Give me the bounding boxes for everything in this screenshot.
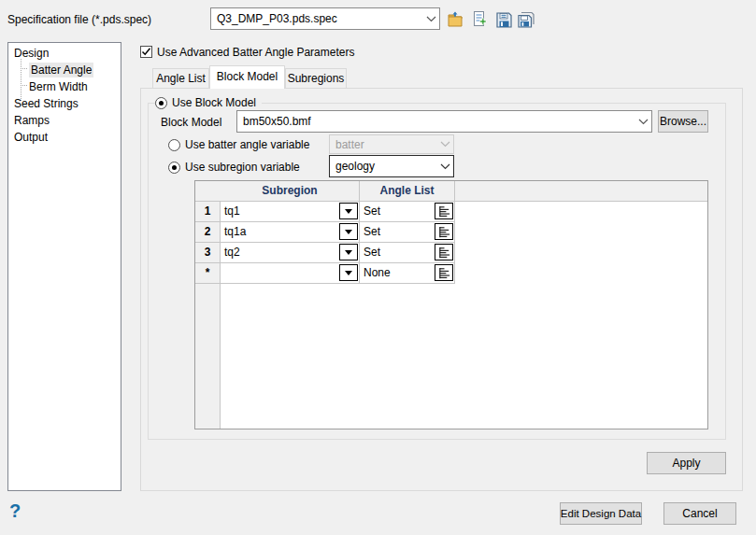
edit-design-data-button[interactable]: Edit Design Data — [560, 502, 642, 525]
block-model-label: Block Model — [161, 116, 221, 129]
dropdown-arrow-icon[interactable] — [339, 244, 358, 260]
spec-file-value: Q3_DMP_P03.pds.spec — [211, 12, 422, 25]
radio-off-icon — [168, 139, 180, 151]
tab-angle-list[interactable]: Angle List — [152, 68, 209, 88]
save-as-icon[interactable] — [515, 9, 535, 30]
angle-list-cell-value: None — [364, 266, 391, 279]
apply-button[interactable]: Apply — [647, 452, 726, 474]
browse-button[interactable]: Browse... — [658, 110, 708, 133]
angle-list-cell-value: Set — [364, 204, 380, 218]
radio-on-icon — [168, 162, 180, 174]
column-header-subregion[interactable]: Subregion — [221, 181, 360, 202]
tree-connector-line — [21, 68, 27, 69]
tree-item-design[interactable]: Design — [14, 46, 49, 61]
chevron-down-icon[interactable] — [436, 163, 453, 170]
batter-variable-value: batter — [330, 138, 436, 151]
use-block-model-label: Use Block Model — [172, 96, 256, 109]
angle-list-editor-icon[interactable] — [435, 264, 453, 281]
tree-item-output[interactable]: Output — [14, 130, 48, 145]
help-icon[interactable]: ? — [9, 500, 21, 522]
chevron-down-icon[interactable] — [635, 119, 651, 125]
spec-file-label: Specification file (*.pds.spec) — [7, 13, 151, 26]
save-icon[interactable] — [493, 9, 514, 30]
angle-list-cell[interactable]: Set — [360, 222, 455, 243]
spec-file-combobox[interactable]: Q3_DMP_P03.pds.spec — [210, 7, 440, 30]
use-subregion-label: Use subregion variable — [185, 161, 300, 174]
row-header-new[interactable]: * — [195, 263, 221, 284]
angle-list-editor-icon[interactable] — [435, 203, 453, 219]
angle-list-cell-value: Set — [364, 246, 380, 259]
block-model-combobox[interactable]: bm50x50.bmf — [236, 110, 652, 133]
tree-connector-line — [21, 85, 27, 86]
dropdown-arrow-icon[interactable] — [339, 223, 358, 240]
use-subregion-radio[interactable]: Use subregion variable — [168, 161, 300, 174]
dropdown-arrow-icon[interactable] — [339, 203, 358, 219]
subregion-cell[interactable] — [221, 263, 360, 284]
tree-connector-line — [21, 59, 21, 101]
row-header[interactable]: 2 — [195, 222, 221, 243]
tab-block-model[interactable]: Block Model — [209, 65, 285, 89]
batter-variable-combobox: batter — [329, 134, 454, 154]
design-nav-tree: Design Batter Angle Berm Width Seed Stri… — [7, 42, 121, 491]
use-batter-angle-label: Use batter angle variable — [185, 138, 309, 151]
cancel-button[interactable]: Cancel — [663, 502, 736, 525]
angle-list-cell[interactable]: Set — [360, 202, 455, 222]
subregion-variable-combobox[interactable]: geology — [329, 155, 454, 177]
subregion-angle-table: Subregion Angle List 1 tq1 Set 2 tq1a Se… — [194, 180, 708, 429]
subregion-variable-value: geology — [330, 160, 436, 173]
subregion-cell-value: tq2 — [224, 246, 240, 259]
angle-list-cell[interactable]: None — [360, 263, 455, 284]
tree-item-seed-strings[interactable]: Seed Strings — [14, 96, 78, 111]
row-header[interactable]: 1 — [195, 202, 221, 222]
angle-list-editor-icon[interactable] — [435, 223, 453, 240]
chevron-down-icon[interactable] — [422, 16, 439, 22]
radio-on-icon — [155, 97, 167, 109]
angle-list-cell-value: Set — [364, 225, 380, 238]
angle-list-editor-icon[interactable] — [435, 244, 453, 260]
dropdown-arrow-icon[interactable] — [339, 264, 358, 281]
use-advanced-checkbox[interactable] — [140, 46, 152, 58]
subregion-cell[interactable]: tq2 — [221, 243, 360, 263]
angle-list-cell[interactable]: Set — [360, 243, 455, 263]
open-folder-icon[interactable] — [446, 9, 466, 30]
check-icon — [141, 47, 151, 57]
tree-item-berm-width[interactable]: Berm Width — [29, 79, 88, 94]
tree-item-batter-angle[interactable]: Batter Angle — [29, 63, 93, 77]
use-advanced-label: Use Advanced Batter Angle Parameters — [157, 46, 354, 59]
new-spec-icon[interactable] — [470, 9, 491, 30]
subregion-cell[interactable]: tq1a — [221, 222, 360, 243]
subregion-cell-value: tq1a — [224, 225, 246, 238]
tab-subregions[interactable]: Subregions — [285, 68, 347, 88]
subregion-cell-value: tq1 — [224, 204, 240, 218]
row-header[interactable]: 3 — [195, 243, 221, 263]
use-batter-angle-radio[interactable]: Use batter angle variable — [168, 138, 309, 151]
column-header-angle-list[interactable]: Angle List — [360, 181, 455, 202]
subregion-cell[interactable]: tq1 — [221, 202, 360, 222]
use-block-model-radio[interactable]: Use Block Model — [155, 96, 262, 109]
chevron-down-icon — [436, 141, 453, 148]
block-model-value: bm50x50.bmf — [237, 115, 635, 128]
tree-item-ramps[interactable]: Ramps — [14, 113, 50, 128]
